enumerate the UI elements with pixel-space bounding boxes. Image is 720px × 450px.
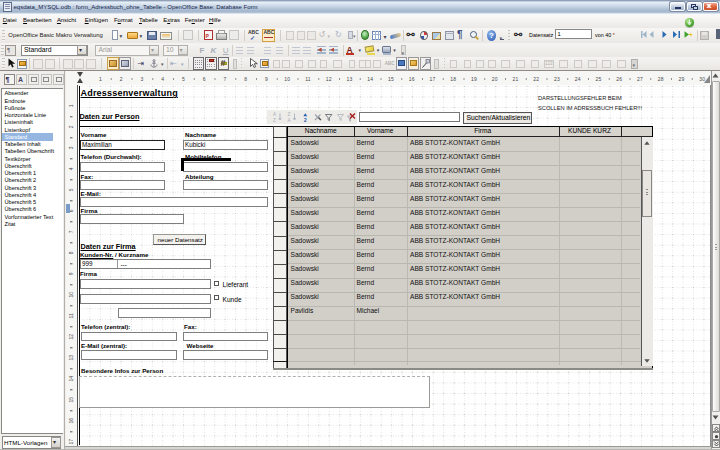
svg-text:17: 17 (68, 439, 74, 445)
svg-text:17: 17 (430, 76, 436, 82)
svg-text:5: 5 (182, 76, 185, 82)
svg-text:4: 4 (161, 76, 164, 82)
svg-text:9: 9 (265, 76, 268, 82)
svg-text:13: 13 (347, 76, 353, 82)
svg-text:12: 12 (68, 334, 74, 340)
svg-text:9: 9 (68, 272, 74, 275)
svg-text:21: 21 (513, 76, 519, 82)
svg-text:7: 7 (68, 230, 74, 233)
svg-text:11: 11 (305, 76, 310, 82)
svg-text:12: 12 (326, 76, 332, 82)
svg-text:8: 8 (244, 76, 247, 82)
svg-text:2: 2 (120, 76, 123, 82)
svg-text:20: 20 (492, 76, 498, 82)
svg-text:1: 1 (68, 104, 74, 107)
svg-text:18: 18 (450, 76, 456, 82)
svg-text:27: 27 (637, 76, 643, 82)
svg-text:22: 22 (533, 76, 539, 82)
svg-text:2: 2 (68, 125, 74, 128)
svg-text:16: 16 (68, 418, 74, 424)
svg-text:1: 1 (99, 76, 102, 82)
svg-text:7: 7 (224, 76, 227, 82)
svg-text:28: 28 (658, 76, 664, 82)
svg-text:14: 14 (68, 376, 74, 382)
svg-text:15: 15 (68, 397, 74, 403)
svg-text:14: 14 (367, 76, 373, 82)
svg-text:13: 13 (68, 355, 74, 361)
svg-text:A: A (273, 112, 277, 117)
svg-text:2: 2 (303, 117, 306, 123)
svg-text:11: 11 (68, 313, 74, 318)
svg-text:3: 3 (141, 76, 144, 82)
svg-text:8: 8 (68, 251, 74, 254)
svg-text:24: 24 (575, 76, 581, 82)
svg-text:10: 10 (68, 292, 74, 298)
svg-text:15: 15 (388, 76, 394, 82)
svg-text:5: 5 (68, 188, 74, 191)
svg-text:A: A (287, 118, 291, 123)
svg-text:10: 10 (284, 76, 290, 82)
svg-text:3: 3 (68, 146, 74, 149)
svg-text:4: 4 (68, 167, 74, 170)
svg-text:Z: Z (287, 112, 290, 117)
svg-text:23: 23 (554, 76, 560, 82)
svg-text:26: 26 (616, 76, 622, 82)
svg-text:29: 29 (679, 76, 685, 82)
svg-text:19: 19 (471, 76, 477, 82)
svg-text:6: 6 (203, 76, 206, 82)
svg-text:Z: Z (273, 118, 276, 123)
svg-text:25: 25 (596, 76, 602, 82)
svg-text:16: 16 (409, 76, 415, 82)
